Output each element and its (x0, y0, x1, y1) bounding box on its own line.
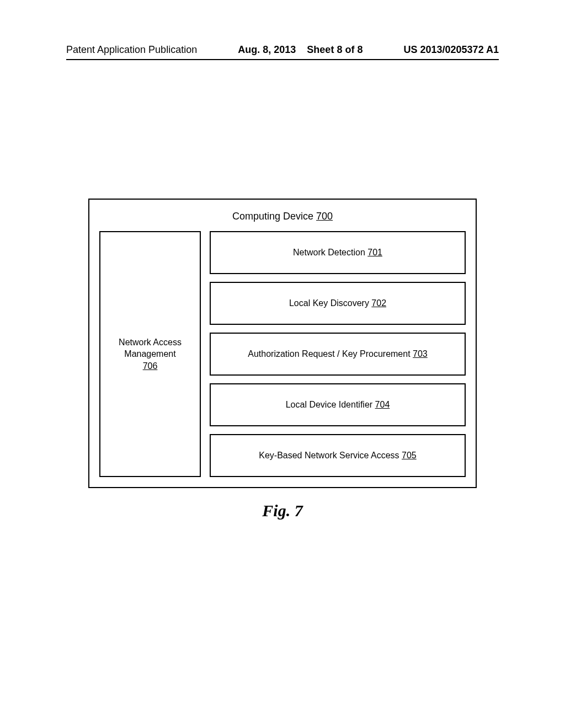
module-num: 701 (367, 248, 382, 257)
module-label: Authorization Request / Key Procurement (248, 349, 410, 358)
module-stack: Network Detection 701 Local Key Discover… (210, 231, 466, 477)
header-right: US 2013/0205372 A1 (404, 44, 499, 56)
module-num: 703 (413, 349, 428, 358)
header-sheet: Sheet 8 of 8 (307, 44, 363, 55)
page-header: Patent Application Publication Aug. 8, 2… (66, 44, 499, 60)
module-key-based-network-access: Key-Based Network Service Access 705 (210, 434, 466, 477)
header-date: Aug. 8, 2013 (238, 44, 296, 55)
nam-num: 706 (143, 360, 158, 372)
header-left: Patent Application Publication (66, 44, 197, 56)
module-authz-key-procurement: Authorization Request / Key Procurement … (210, 333, 466, 376)
module-local-device-identifier: Local Device Identifier 704 (210, 383, 466, 426)
computing-device-label: Computing Device (232, 211, 313, 222)
module-label: Local Key Discovery (289, 298, 369, 308)
figure-area: Computing Device 700 Network Access Mana… (88, 199, 477, 520)
columns: Network Access Management 706 Network De… (99, 231, 466, 477)
network-access-management-box: Network Access Management 706 (99, 231, 201, 477)
module-num: 704 (375, 400, 390, 409)
nam-line2: Management (124, 349, 175, 358)
page: Patent Application Publication Aug. 8, 2… (0, 0, 565, 728)
computing-device-title: Computing Device 700 (99, 211, 466, 222)
computing-device-num: 700 (316, 211, 333, 222)
module-network-detection: Network Detection 701 (210, 231, 466, 274)
module-label: Network Detection (293, 248, 365, 257)
module-label: Local Device Identifier (286, 400, 372, 409)
nam-line1: Network Access (119, 338, 182, 347)
computing-device-box: Computing Device 700 Network Access Mana… (88, 199, 477, 488)
module-num: 702 (371, 298, 386, 308)
module-local-key-discovery: Local Key Discovery 702 (210, 282, 466, 325)
figure-caption: Fig. 7 (88, 501, 477, 520)
header-center: Aug. 8, 2013 Sheet 8 of 8 (238, 44, 363, 56)
module-label: Key-Based Network Service Access (259, 451, 399, 460)
module-num: 705 (402, 451, 417, 460)
